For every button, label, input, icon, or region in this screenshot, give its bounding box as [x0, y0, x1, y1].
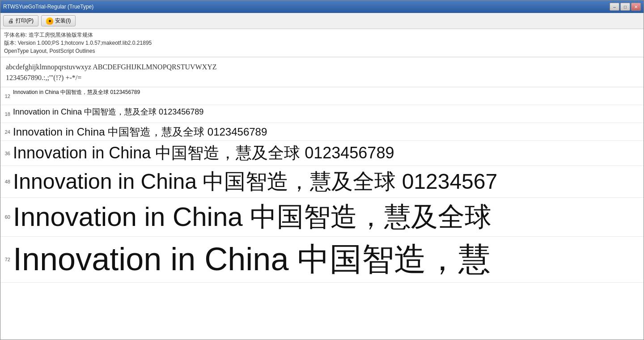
preview-row: 24Innovation in China 中国智造，慧及全球 01234567…: [0, 123, 644, 141]
font-name-line: 字体名称: 造字工房悦黑体验版常规体: [4, 31, 640, 39]
version-line: 版本: Version 1.000;PS 1;hotconv 1.0.57;ma…: [4, 39, 640, 47]
toolbar: 🖨 打印(P) ✦ 安装(I): [0, 13, 644, 29]
alphabet-line1: abcdefghijklmnopqrstuvwxyz ABCDEFGHIJKLM…: [6, 62, 638, 72]
row-text: Innovation in China 中国智造，慧及全球 0123456789: [13, 143, 394, 164]
install-label: 安装(I): [55, 17, 71, 25]
row-text: Innovation in China 中国智造，慧及全球 01234567: [13, 168, 497, 196]
preview-row: 18Innovation in China 中国智造，慧及全球 01234567…: [0, 105, 644, 123]
preview-row: 72Innovation in China 中国智造，慧: [0, 237, 644, 283]
row-text: Innovation in China 中国智造，慧及全球 0123456789: [13, 89, 140, 96]
opentype-value: OpenType Layout, PostScript Outlines: [4, 48, 95, 54]
print-button[interactable]: 🖨 打印(P): [3, 15, 38, 26]
row-size-label: 48: [0, 179, 13, 184]
row-size-label: 18: [0, 111, 13, 117]
row-size-label: 12: [0, 94, 13, 99]
version-value: Version 1.000;PS 1;hotconv 1.0.57;makeot…: [18, 40, 152, 46]
opentype-line: OpenType Layout, PostScript Outlines: [4, 47, 640, 55]
preview-row: 12Innovation in China 中国智造，慧及全球 01234567…: [0, 87, 644, 105]
preview-row: 36Innovation in China 中国智造，慧及全球 01234567…: [0, 141, 644, 166]
preview-area[interactable]: abcdefghijklmnopqrstuvwxyz ABCDEFGHIJKLM…: [0, 57, 644, 340]
preview-rows-container: 12Innovation in China 中国智造，慧及全球 01234567…: [0, 87, 644, 283]
install-button[interactable]: ✦ 安装(I): [41, 15, 76, 26]
row-size-label: 24: [0, 129, 13, 135]
preview-row: 60Innovation in China 中国智造，慧及全球: [0, 198, 644, 237]
row-size-label: 36: [0, 151, 13, 156]
preview-row: 48Innovation in China 中国智造，慧及全球 01234567: [0, 166, 644, 198]
row-text: Innovation in China 中国智造，慧: [13, 238, 491, 280]
row-text: Innovation in China 中国智造，慧及全球: [13, 200, 491, 234]
row-text: Innovation in China 中国智造，慧及全球 0123456789: [13, 107, 203, 117]
print-label: 打印(P): [16, 17, 34, 25]
minimize-button[interactable]: –: [610, 3, 619, 11]
print-icon: 🖨: [8, 17, 14, 24]
main-window: RTWSYueGoTrial-Regular (TrueType) – □ ✕ …: [0, 0, 644, 340]
alphabet-line2: 1234567890.:,;'"(!?) +-*/=: [6, 72, 638, 83]
version-label: 版本:: [4, 40, 16, 46]
window-title: RTWSYueGoTrial-Regular (TrueType): [3, 4, 93, 10]
row-text: Innovation in China 中国智造，慧及全球 0123456789: [13, 125, 267, 139]
row-size-label: 60: [0, 214, 13, 220]
maximize-button[interactable]: □: [620, 3, 630, 11]
info-panel: 字体名称: 造字工房悦黑体验版常规体 版本: Version 1.000;PS …: [0, 29, 644, 57]
window-controls: – □ ✕: [610, 3, 641, 11]
close-button[interactable]: ✕: [631, 3, 641, 11]
title-bar: RTWSYueGoTrial-Regular (TrueType) – □ ✕: [0, 0, 644, 13]
row-size-label: 72: [0, 257, 13, 262]
shield-icon: ✦: [46, 17, 53, 25]
alphabet-section: abcdefghijklmnopqrstuvwxyz ABCDEFGHIJKLM…: [0, 57, 644, 87]
font-name-value: 造字工房悦黑体验版常规体: [29, 32, 93, 38]
font-name-label: 字体名称:: [4, 32, 27, 38]
